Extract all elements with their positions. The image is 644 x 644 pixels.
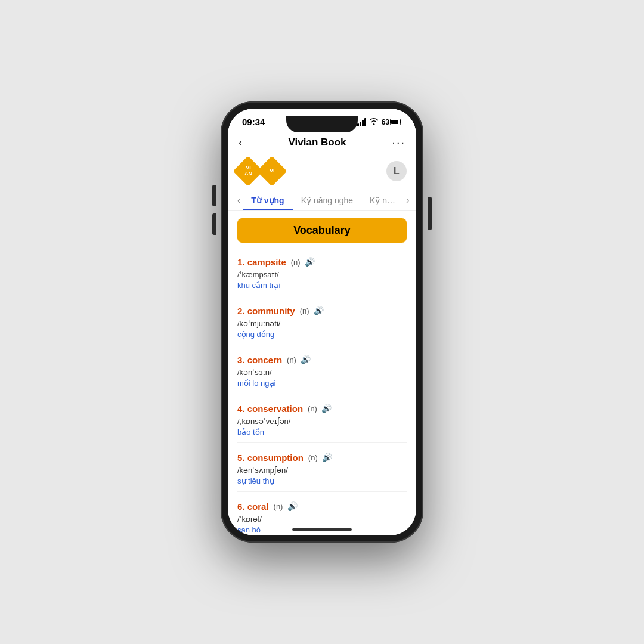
word-header-2: 2. community (n) 🔊: [237, 305, 407, 317]
word-name-1: 1. campsite: [237, 257, 286, 267]
word-name-6: 6. coral: [237, 501, 269, 512]
nav-bar: ‹ Vivian Book ···: [228, 131, 416, 154]
word-name-4: 4. conservation: [237, 404, 303, 414]
svg-rect-1: [391, 120, 398, 124]
word-phonetic-3: /kənˈsɜːn/: [237, 368, 407, 377]
word-item-5: 5. consumption (n) 🔊 /kənˈsʌmpʃən/ sự ti…: [237, 443, 407, 492]
word-name-5: 5. consumption: [237, 453, 304, 463]
phone-frame: 09:34: [221, 101, 423, 543]
tab-vocabulary[interactable]: Từ vựng: [243, 191, 292, 210]
word-phonetic-5: /kənˈsʌmpʃən/: [237, 466, 407, 475]
word-name-3: 3. concern: [237, 355, 282, 365]
vocabulary-header: Vocabulary: [237, 218, 407, 243]
phone-screen: 09:34: [228, 109, 416, 535]
word-meaning-3: mối lo ngại: [237, 379, 407, 388]
power-button[interactable]: [428, 197, 432, 230]
word-list: 1. campsite (n) 🔊 /ˈkæmpsaɪt/ khu cắm tr…: [228, 247, 416, 535]
word-header-4: 4. conservation (n) 🔊: [237, 402, 407, 414]
status-icons: 63: [357, 117, 402, 126]
sound-button-5[interactable]: 🔊: [321, 451, 333, 463]
word-pos-3: (n): [287, 355, 296, 364]
battery-level: 63: [382, 118, 389, 126]
word-meaning-4: bảo tồn: [237, 428, 407, 436]
word-header-1: 1. campsite (n) 🔊: [237, 256, 407, 268]
page-title: Vivian Book: [289, 137, 346, 148]
word-pos-1: (n): [291, 258, 301, 267]
sound-button-1[interactable]: 🔊: [304, 256, 316, 268]
home-indicator: [292, 528, 352, 531]
word-phonetic-1: /ˈkæmpsaɪt/: [237, 270, 407, 279]
word-meaning-5: sự tiêu thụ: [237, 476, 407, 485]
tab-prev-arrow[interactable]: ‹: [235, 190, 243, 210]
tab-listening[interactable]: Kỹ năng nghe: [293, 191, 361, 210]
word-phonetic-4: /ˌkɒnsəˈveɪʃən/: [237, 417, 407, 426]
word-pos-4: (n): [308, 404, 317, 413]
signal-icon: [357, 118, 366, 126]
word-header-3: 3. concern (n) 🔊: [237, 354, 407, 366]
word-pos-2: (n): [300, 306, 309, 315]
word-name-2: 2. community: [237, 306, 295, 316]
word-pos-6: (n): [274, 502, 283, 511]
volume-up-button[interactable]: [212, 185, 216, 206]
notch: [286, 116, 358, 132]
word-item-1: 1. campsite (n) 🔊 /ˈkæmpsaɪt/ khu cắm tr…: [237, 247, 407, 296]
avatar[interactable]: L: [386, 161, 407, 181]
logo: VIAN VI: [237, 160, 283, 182]
more-button[interactable]: ···: [392, 135, 405, 149]
word-item-2: 2. community (n) 🔊 /kəˈmjuːnəti/ cộng đồ…: [237, 296, 407, 345]
tabs-container: ‹ Từ vựng Kỹ năng nghe Kỹ n… ›: [228, 190, 416, 211]
word-phonetic-6: /ˈkɒrəl/: [237, 515, 407, 524]
logo-area: VIAN VI L: [228, 154, 416, 188]
word-pos-5: (n): [308, 453, 318, 462]
sound-button-4[interactable]: 🔊: [321, 402, 333, 414]
diamond-2: VI: [257, 156, 287, 187]
word-item-3: 3. concern (n) 🔊 /kənˈsɜːn/ mối lo ngại: [237, 345, 407, 394]
word-meaning-2: cộng đồng: [237, 330, 407, 339]
sound-button-3[interactable]: 🔊: [300, 354, 312, 366]
word-meaning-1: khu cắm trại: [237, 281, 407, 290]
wifi-icon: [369, 117, 379, 126]
battery-icon: 63: [382, 118, 402, 126]
word-phonetic-2: /kəˈmjuːnəti/: [237, 319, 407, 328]
tab-next-arrow[interactable]: ›: [404, 190, 411, 210]
word-item-4: 4. conservation (n) 🔊 /ˌkɒnsəˈveɪʃən/ bả…: [237, 394, 407, 443]
word-header-5: 5. consumption (n) 🔊: [237, 451, 407, 463]
sound-button-2[interactable]: 🔊: [313, 305, 325, 317]
word-header-6: 6. coral (n) 🔊: [237, 500, 407, 512]
back-button[interactable]: ‹: [239, 135, 243, 149]
sound-button-6[interactable]: 🔊: [286, 500, 298, 512]
volume-down-button[interactable]: [212, 213, 216, 235]
vocabulary-title: Vocabulary: [293, 224, 351, 236]
status-time: 09:34: [242, 117, 265, 127]
tab-skill[interactable]: Kỹ n…: [361, 191, 404, 210]
